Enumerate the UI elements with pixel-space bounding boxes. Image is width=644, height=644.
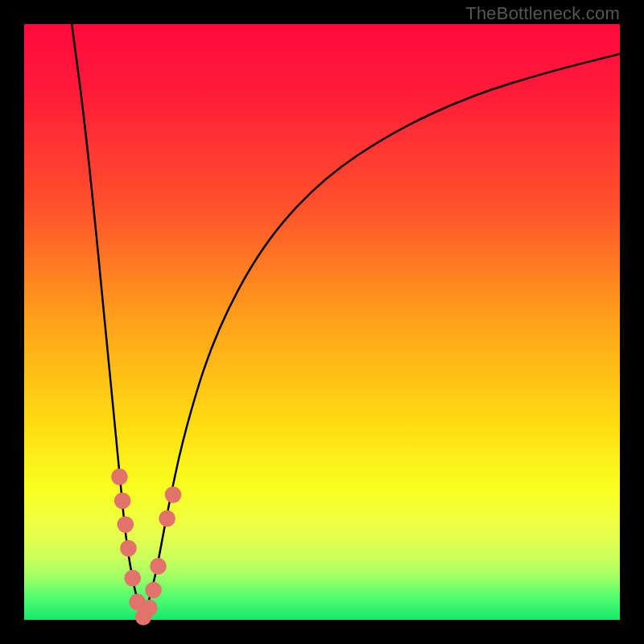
watermark-text: TheBottleneck.com	[465, 3, 620, 24]
bead-marker	[117, 516, 134, 533]
right-branch-curve	[143, 54, 620, 620]
bead-marker	[124, 570, 141, 587]
bead-marker	[165, 486, 182, 503]
left-branch-curve	[72, 24, 143, 620]
bead-marker	[145, 582, 162, 599]
bead-marker	[120, 540, 137, 557]
bead-marker	[141, 600, 158, 617]
outer-black-frame: TheBottleneck.com	[0, 0, 644, 644]
bead-marker	[150, 558, 167, 575]
bead-marker	[159, 510, 175, 527]
bead-marker	[114, 493, 131, 510]
curve-overlay	[24, 24, 620, 620]
bead-marker	[111, 469, 128, 485]
